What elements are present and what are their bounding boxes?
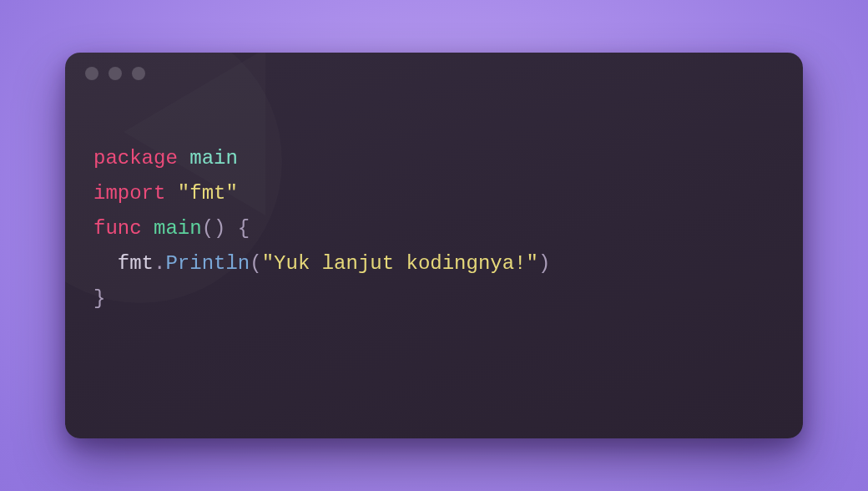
code-block: package main import "fmt" func main() { … [65, 94, 803, 316]
code-line: } [93, 281, 775, 316]
token-brace: { [238, 217, 250, 240]
token-indent [93, 252, 118, 275]
token-paren: ) [538, 252, 550, 275]
token-keyword: import [93, 182, 165, 205]
traffic-light-maximize-icon[interactable] [132, 67, 145, 80]
token-space [142, 217, 154, 240]
token-dot: . [154, 252, 165, 275]
token-keyword: package [93, 147, 178, 170]
token-string: "fmt" [178, 182, 238, 205]
token-brace: } [93, 287, 105, 310]
token-identifier: main [189, 147, 238, 170]
code-line: import "fmt" [93, 176, 775, 211]
code-line: package main [93, 141, 775, 176]
token-space [178, 147, 189, 170]
token-string: "Yuk lanjut kodingnya!" [262, 252, 538, 275]
token-method: Println [165, 252, 250, 275]
code-line: func main() { [93, 211, 775, 246]
token-parens: () [202, 217, 226, 240]
token-keyword: func [93, 217, 142, 240]
token-identifier: main [154, 217, 202, 240]
token-space [225, 217, 237, 240]
token-paren: ( [250, 252, 261, 275]
window-titlebar [65, 53, 803, 94]
traffic-light-minimize-icon[interactable] [108, 67, 122, 80]
code-line: fmt.Println("Yuk lanjut kodingnya!") [93, 246, 775, 281]
traffic-light-close-icon[interactable] [85, 67, 98, 80]
token-space [165, 182, 177, 205]
code-window: package main import "fmt" func main() { … [65, 53, 803, 438]
token-object: fmt [118, 252, 154, 275]
